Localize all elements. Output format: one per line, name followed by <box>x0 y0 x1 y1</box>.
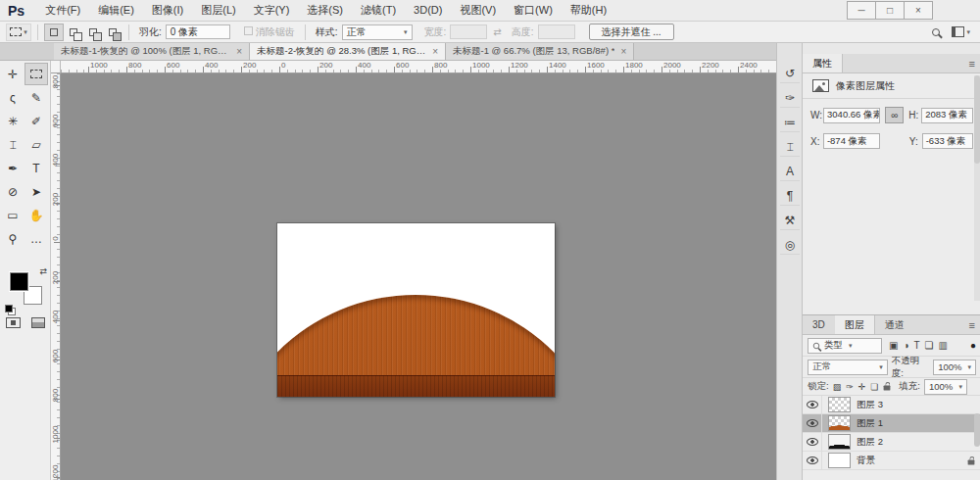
menu-item-window[interactable]: 窗口(W) <box>505 4 562 16</box>
lasso-tool[interactable]: ς <box>1 86 24 109</box>
clone-source-panel-icon[interactable]: ⌶ <box>780 137 800 157</box>
foreground-color-swatch[interactable] <box>10 272 28 291</box>
layer-thumbnail[interactable] <box>828 415 851 431</box>
lock-transparent-pixels-icon[interactable]: ▨ <box>833 382 842 392</box>
type-tool[interactable]: T <box>24 157 48 179</box>
menu-item-image[interactable]: 图像(I) <box>143 4 192 16</box>
layer-row-1[interactable]: 图层 3 <box>803 396 980 414</box>
search-icon[interactable] <box>932 28 940 36</box>
history-panel-icon[interactable]: ↺ <box>780 64 800 83</box>
quick-selection-tool[interactable]: ✎ <box>24 86 48 109</box>
link-dimensions-button[interactable]: ∞ <box>885 107 904 123</box>
layers-scrollbar-thumb[interactable] <box>974 413 980 447</box>
eye-icon[interactable] <box>807 438 818 446</box>
brush-settings-panel-icon[interactable]: ✑ <box>780 88 800 108</box>
quick-mask-mode-button[interactable] <box>6 317 21 328</box>
filter-type-select[interactable]: 类型 ▾ <box>808 338 882 354</box>
opacity-field[interactable]: 100%▾ <box>933 360 976 375</box>
path-selection-tool[interactable]: ➤ <box>24 180 48 203</box>
eye-icon[interactable] <box>807 456 818 464</box>
y-value-field[interactable]: -633 像素 <box>922 133 973 149</box>
document-canvas[interactable] <box>277 223 555 397</box>
screen-mode-button[interactable] <box>31 317 45 328</box>
lock-all-icon[interactable] <box>884 385 891 390</box>
tab-close-icon[interactable]: × <box>236 46 242 57</box>
fill-field[interactable]: 100%▾ <box>924 379 967 395</box>
layer-row-3[interactable]: 图层 2 <box>803 433 980 452</box>
lock-artboard-icon[interactable]: ❏ <box>870 382 878 392</box>
pen-tool[interactable]: ✒ <box>1 157 24 179</box>
tab-图层[interactable]: 图层 <box>835 315 875 334</box>
type-layer-filter-icon[interactable]: T <box>914 340 920 351</box>
lock-image-pixels-icon[interactable]: ✑ <box>846 382 854 392</box>
menu-item-view[interactable]: 视图(V) <box>451 4 505 16</box>
tab-close-icon[interactable]: × <box>620 46 626 57</box>
zoom-tool[interactable]: ⚲ <box>1 227 24 250</box>
menu-item-help[interactable]: 帮助(H) <box>562 4 615 16</box>
filter-toggle-icon[interactable]: ● <box>970 340 976 351</box>
layer-row-4[interactable]: 背景 <box>803 452 980 470</box>
swap-colors-icon[interactable]: ⇄ <box>39 266 47 276</box>
properties-scrollbar[interactable] <box>974 75 980 301</box>
feather-input[interactable]: 0 像素 <box>166 24 230 39</box>
layer-thumbnail[interactable] <box>828 434 851 450</box>
checkbox-icon[interactable] <box>244 26 253 35</box>
new-selection-button[interactable] <box>44 24 64 41</box>
panel-menu-icon[interactable]: ≡ <box>969 319 975 331</box>
document-tab-3[interactable]: 未标题-1 @ 66.7% (图层 13, RGB/8#) *× <box>446 43 634 60</box>
layer-thumbnail[interactable] <box>828 453 851 468</box>
x-value-field[interactable]: -874 像素 <box>823 133 880 149</box>
tab-通道[interactable]: 通道 <box>875 315 914 334</box>
brush-tool[interactable]: ✐ <box>24 110 48 132</box>
menu-item-edit[interactable]: 编辑(E) <box>89 4 143 16</box>
select-and-mask-button[interactable]: 选择并遮住 ... <box>589 24 674 40</box>
eye-icon[interactable] <box>807 419 818 427</box>
canvas-workspace[interactable] <box>61 73 776 480</box>
add-to-selection-button[interactable] <box>64 24 83 41</box>
rotate-view-panel-icon[interactable]: ◎ <box>780 235 800 255</box>
subtract-from-selection-button[interactable] <box>83 24 103 41</box>
layer-row-2[interactable]: 图层 1 <box>803 414 980 433</box>
workspace-switcher[interactable]: ▾ <box>952 26 970 37</box>
clone-stamp-tool[interactable]: ⌶ <box>1 133 24 156</box>
edit-toolbar[interactable]: … <box>24 227 48 250</box>
close-button[interactable]: × <box>904 1 933 20</box>
scrollbar-thumb[interactable] <box>974 75 980 164</box>
dodge-tool[interactable]: ⊘ <box>1 180 24 203</box>
minimize-button[interactable]: ─ <box>847 1 876 20</box>
eraser-tool[interactable]: ▱ <box>24 133 48 156</box>
panel-menu-icon[interactable]: ≡ <box>969 58 975 70</box>
document-tab-1[interactable]: 未标题-1-恢复的 @ 100% (图层 1, RGB/8#) *× <box>54 43 250 60</box>
tab-properties[interactable]: 属性 <box>803 54 843 72</box>
move-tool[interactable]: ✛ <box>1 63 24 85</box>
height-value-field[interactable]: 2083 像素 <box>921 108 973 123</box>
menu-item-file[interactable]: 文件(F) <box>36 4 89 16</box>
tab-3D[interactable]: 3D <box>803 315 835 334</box>
default-colors-icon[interactable] <box>4 304 16 315</box>
menu-item-3d[interactable]: 3D(D) <box>405 4 451 16</box>
blend-mode-select[interactable]: 正常▾ <box>808 360 888 375</box>
visibility-cell[interactable] <box>803 452 822 469</box>
visibility-cell[interactable] <box>803 396 822 413</box>
smart-object-filter-icon[interactable]: ▥ <box>939 340 948 351</box>
menu-item-filter[interactable]: 滤镜(T) <box>352 4 405 16</box>
width-value-field[interactable]: 3040.66 像素 <box>823 108 880 123</box>
intersect-selection-button[interactable] <box>103 24 122 41</box>
document-tab-2[interactable]: 未标题-2-恢复的 @ 28.3% (图层 1, RGB/8#) *× <box>250 43 446 60</box>
rectangular-marquee-tool[interactable] <box>24 63 48 85</box>
menu-item-type[interactable]: 文字(Y) <box>245 4 299 16</box>
hand-tool[interactable]: ✋ <box>24 204 48 226</box>
lock-position-icon[interactable]: ✛ <box>858 382 866 392</box>
menu-item-layer[interactable]: 图层(L) <box>192 4 244 16</box>
maximize-button[interactable]: □ <box>875 1 905 20</box>
pixel-layer-filter-icon[interactable]: ▣ <box>889 340 898 351</box>
shape-layer-filter-icon[interactable]: ❏ <box>925 340 934 351</box>
layer-thumbnail[interactable] <box>828 397 851 412</box>
swap-dimensions-icon[interactable]: ⇄ <box>493 26 501 37</box>
magic-wand-tool[interactable]: ✳ <box>1 110 24 132</box>
character-panel-icon[interactable]: A <box>780 162 800 181</box>
adjustment-layer-filter-icon[interactable]: ◑ <box>903 340 908 351</box>
adjustments-panel-icon[interactable]: ≔ <box>780 113 800 132</box>
visibility-cell[interactable] <box>803 414 822 432</box>
menu-item-select[interactable]: 选择(S) <box>298 4 352 16</box>
